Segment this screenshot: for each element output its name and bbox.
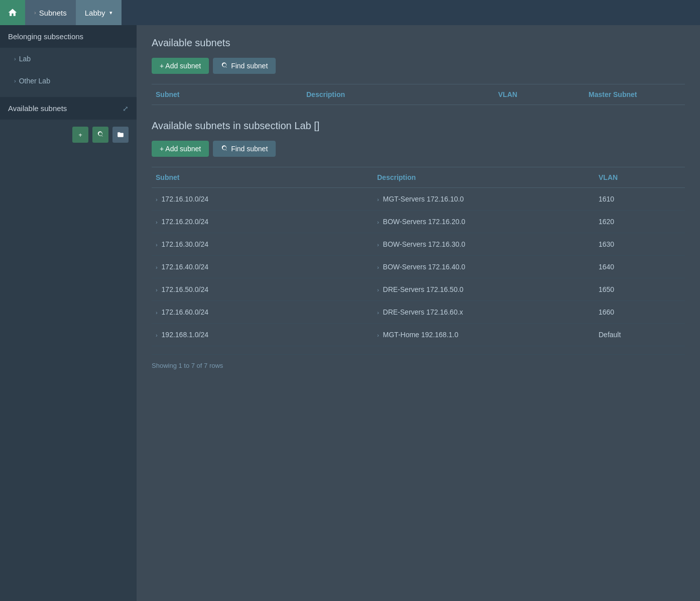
subnets-nav-item[interactable]: › Subnets <box>25 0 76 25</box>
chevron-icon: › <box>156 264 158 270</box>
sidebar: Belonging subsections › Lab › Other Lab … <box>0 25 137 601</box>
table-row[interactable]: › 172.16.40.0/24 › BOW-Servers 172.16.40… <box>152 256 685 278</box>
sub-table-header: Subnet Description VLAN <box>152 167 685 188</box>
chevron-icon: › <box>34 10 36 16</box>
cell-description: › DRE-Servers 172.16.50.0 <box>373 285 595 293</box>
description-value: BOW-Servers 172.16.40.0 <box>383 263 465 271</box>
chevron-icon: › <box>156 310 158 316</box>
col-vlan: VLAN <box>494 90 585 98</box>
sub-section-actions: + Add subnet Find subnet <box>152 141 685 157</box>
top-navigation: › Subnets Labby ▾ <box>0 0 700 25</box>
col-description: Description <box>302 90 494 98</box>
sub-col-subnet: Subnet <box>152 173 373 181</box>
cell-subnet: › 172.16.30.0/24 <box>152 240 373 248</box>
sidebar-item-lab[interactable]: › Lab <box>0 48 137 70</box>
home-button[interactable] <box>0 0 25 25</box>
main-layout: Belonging subsections › Lab › Other Lab … <box>0 25 700 601</box>
cell-subnet: › 172.16.60.0/24 <box>152 308 373 316</box>
cell-description: › BOW-Servers 172.16.30.0 <box>373 240 595 248</box>
vlan-value: 1660 <box>599 308 614 316</box>
description-value: BOW-Servers 172.16.30.0 <box>383 240 465 248</box>
cell-description: › MGT-Servers 172.16.10.0 <box>373 195 595 203</box>
description-value: MGT-Servers 172.16.10.0 <box>383 195 464 203</box>
cell-description: › BOW-Servers 172.16.40.0 <box>373 263 595 271</box>
vlan-value: 1650 <box>599 285 614 293</box>
top-subnets-table: Subnet Description VLAN Master Subnet <box>152 84 685 105</box>
cell-vlan: Default <box>595 331 685 339</box>
chevron-icon: › <box>156 242 158 248</box>
table-row[interactable]: › 172.16.20.0/24 › BOW-Servers 172.16.20… <box>152 211 685 233</box>
cell-vlan: 1650 <box>595 285 685 293</box>
sidebar-folder-button[interactable] <box>112 127 129 143</box>
cell-subnet: › 192.168.1.0/24 <box>152 331 373 339</box>
chevron-icon: › <box>377 264 379 270</box>
available-subnets-sidebar-title: Available subnets <box>8 104 67 113</box>
cell-subnet: › 172.16.50.0/24 <box>152 285 373 293</box>
sidebar-item-other-lab[interactable]: › Other Lab <box>0 70 137 92</box>
subnet-value: 192.168.1.0/24 <box>162 331 208 339</box>
subnet-value: 172.16.20.0/24 <box>162 218 208 226</box>
table-row[interactable]: › 192.168.1.0/24 › MGT-Home 192.168.1.0 … <box>152 324 685 346</box>
cell-vlan: 1640 <box>595 263 685 271</box>
subnet-value: 172.16.50.0/24 <box>162 285 208 293</box>
sub-section-title: Available subnets in subsection Lab [] <box>152 120 685 132</box>
chevron-icon: › <box>377 196 379 203</box>
expand-icon[interactable]: ⤢ <box>123 105 129 113</box>
chevron-icon: › <box>156 287 158 293</box>
chevron-icon: › <box>377 287 379 293</box>
table-row[interactable]: › 172.16.30.0/24 › BOW-Servers 172.16.30… <box>152 233 685 256</box>
top-find-subnet-button[interactable]: Find subnet <box>213 58 276 74</box>
sub-find-subnet-button[interactable]: Find subnet <box>213 141 276 157</box>
available-subnets-sidebar-section: Available subnets ⤢ <box>0 97 137 120</box>
description-value: DRE-Servers 172.16.50.0 <box>383 285 463 293</box>
cell-description: › BOW-Servers 172.16.20.0 <box>373 218 595 226</box>
col-subnet: Subnet <box>152 90 302 98</box>
labby-nav-label: Labby <box>85 9 105 17</box>
chevron-icon: › <box>377 310 379 316</box>
top-find-subnet-label: Find subnet <box>231 62 268 70</box>
chevron-icon: › <box>377 219 379 225</box>
belonging-subsections-title: Belonging subsections <box>0 25 137 48</box>
chevron-icon: › <box>156 196 158 203</box>
col-master-subnet: Master Subnet <box>585 90 685 98</box>
description-value: MGT-Home 192.168.1.0 <box>383 331 458 339</box>
cell-description: › DRE-Servers 172.16.60.x <box>373 308 595 316</box>
cell-vlan: 1660 <box>595 308 685 316</box>
sub-subnets-table: Subnet Description VLAN › 172.16.10.0/24… <box>152 167 685 369</box>
cell-description: › MGT-Home 192.168.1.0 <box>373 331 595 339</box>
vlan-value: 1610 <box>599 195 614 203</box>
top-add-subnet-button[interactable]: + Add subnet <box>152 58 209 74</box>
sub-find-subnet-label: Find subnet <box>231 145 268 153</box>
showing-rows-text: Showing 1 to 7 of 7 rows <box>152 354 685 369</box>
table-row[interactable]: › 172.16.60.0/24 › DRE-Servers 172.16.60… <box>152 301 685 324</box>
chevron-icon: › <box>14 56 16 62</box>
chevron-icon: › <box>156 332 158 338</box>
cell-subnet: › 172.16.10.0/24 <box>152 195 373 203</box>
top-section-actions: + Add subnet Find subnet <box>152 58 685 74</box>
chevron-icon: › <box>14 78 16 84</box>
subnet-value: 172.16.30.0/24 <box>162 240 208 248</box>
vlan-value: Default <box>599 331 621 339</box>
chevron-icon: › <box>377 242 379 248</box>
cell-vlan: 1620 <box>595 218 685 226</box>
subnet-rows-container: › 172.16.10.0/24 › MGT-Servers 172.16.10… <box>152 188 685 346</box>
labby-nav-item[interactable]: Labby ▾ <box>76 0 122 25</box>
chevron-icon: › <box>156 219 158 225</box>
subnet-value: 172.16.60.0/24 <box>162 308 208 316</box>
table-row[interactable]: › 172.16.10.0/24 › MGT-Servers 172.16.10… <box>152 188 685 211</box>
sidebar-item-other-lab-label: Other Lab <box>19 77 50 85</box>
cell-vlan: 1630 <box>595 240 685 248</box>
sidebar-search-button[interactable] <box>92 127 108 143</box>
subnet-value: 172.16.10.0/24 <box>162 195 208 203</box>
sub-col-vlan: VLAN <box>595 173 685 181</box>
top-section-title: Available subnets <box>152 37 685 49</box>
chevron-icon: › <box>377 332 379 338</box>
table-row[interactable]: › 172.16.50.0/24 › DRE-Servers 172.16.50… <box>152 278 685 301</box>
sidebar-add-button[interactable]: + <box>72 127 88 143</box>
sidebar-action-icons: + <box>0 120 137 150</box>
sub-add-subnet-button[interactable]: + Add subnet <box>152 141 209 157</box>
description-value: BOW-Servers 172.16.20.0 <box>383 218 465 226</box>
dropdown-icon: ▾ <box>109 10 112 16</box>
cell-subnet: › 172.16.20.0/24 <box>152 218 373 226</box>
cell-vlan: 1610 <box>595 195 685 203</box>
